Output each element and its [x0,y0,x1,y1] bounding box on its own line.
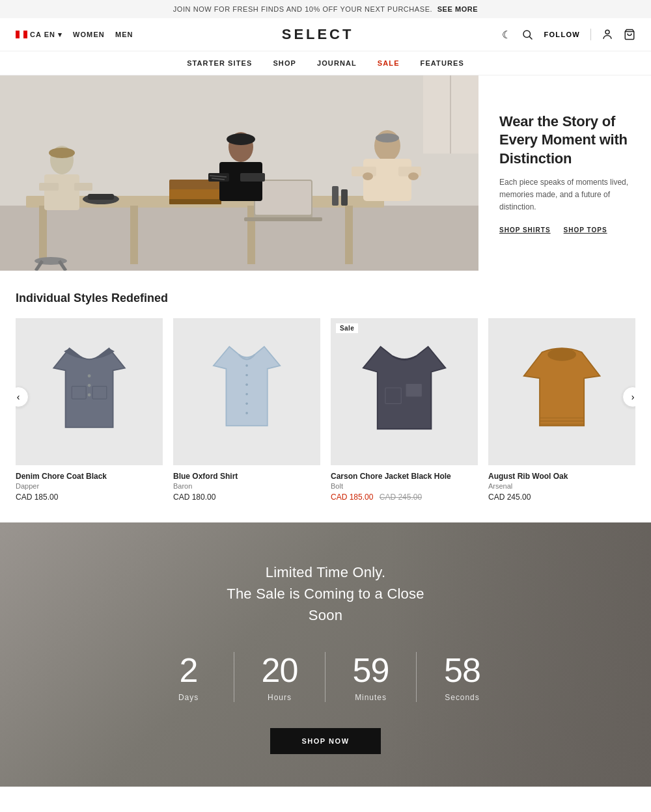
account-icon [602,29,613,40]
nav-men[interactable]: MEN [115,31,133,38]
nav-shop[interactable]: SHOP [273,59,296,67]
product-price: CAD 185.00 [16,493,163,502]
shop-tops-link[interactable]: SHOP TOPS [564,226,607,234]
product-image [16,318,163,465]
product-name: Denim Chore Coat Black [16,472,163,481]
locale-selector[interactable]: CA EN ▾ [16,31,62,39]
countdown-line2: The Sale is Coming to a Close [227,586,424,602]
hero-links: SHOP SHIRTS SHOP TOPS [499,226,630,234]
countdown-content: Limited Time Only. The Sale is Coming to… [16,562,635,754]
svg-point-30 [227,133,255,145]
header: CA EN ▾ WOMEN MEN SELECT ☾ FOLLOW [0,18,651,51]
search-icon [521,29,533,40]
nav-features[interactable]: FEATURES [421,59,464,67]
svg-point-47 [88,393,91,396]
product-3-svg [353,340,456,443]
product-price: CAD 180.00 [173,493,320,502]
product-card[interactable]: Denim Chore Coat Black Dapper CAD 185.00 [16,318,163,502]
product-brand: Baron [173,482,320,490]
svg-rect-10 [345,206,353,264]
product-price: CAD 185.00 CAD 245.00 [331,493,478,502]
svg-rect-26 [44,174,79,210]
countdown-line3: Soon [309,607,342,623]
hours-number: 20 [262,652,298,689]
hero-image-container [0,75,478,271]
product-card[interactable]: Blue Oxford Shirt Baron CAD 180.00 [173,318,320,502]
nav-journal[interactable]: JOURNAL [317,59,357,67]
svg-rect-7 [39,206,47,264]
minutes-number: 59 [353,652,389,689]
svg-point-45 [88,374,91,377]
hero-image-svg [0,75,478,271]
hours-label: Hours [268,693,292,702]
account-button[interactable] [602,29,613,40]
search-button[interactable] [521,29,533,40]
product-brand: Arsenal [488,482,635,490]
svg-point-41 [363,172,373,180]
product-4-svg [510,340,613,443]
hero-text: Wear the Story of Every Moment with Dist… [499,102,635,244]
svg-rect-22 [332,186,339,206]
countdown-heading: Limited Time Only. The Sale is Coming to… [16,562,635,626]
days-label: Days [178,693,199,702]
product-1-svg [38,340,141,443]
product-card[interactable]: Sale Carson Chore Jacket Black Hole Bolt… [331,318,478,502]
product-brand: Dapper [16,482,163,490]
product-brand: Bolt [331,482,478,490]
timer-days: 2 Days [143,652,234,702]
product-image: Sale [331,318,478,465]
svg-rect-16 [244,217,322,221]
header-right: ☾ FOLLOW [502,29,635,41]
hero-section: Wear the Story of Every Moment with Dist… [0,75,651,271]
svg-line-1 [530,36,533,39]
nav-women[interactable]: WOMEN [73,31,105,38]
hero-body: Each piece speaks of moments lived, memo… [499,176,630,214]
shop-now-button[interactable]: SHOP NOW [270,728,380,754]
products-grid: Denim Chore Coat Black Dapper CAD 185.00 [16,318,635,502]
svg-rect-56 [406,384,421,396]
flag-ca-icon [16,31,27,38]
countdown-line1: Limited Time Only. [266,564,386,580]
cart-button[interactable] [624,29,635,40]
countdown-section: Limited Time Only. The Sale is Coming to… [0,522,651,787]
language-code: EN [44,31,55,38]
svg-point-51 [245,374,248,377]
shop-shirts-link[interactable]: SHOP SHIRTS [499,226,551,234]
product-name: Carson Chore Jacket Black Hole [331,472,478,481]
country-code: CA [30,31,42,38]
hero-image [0,75,478,271]
svg-rect-33 [240,173,265,182]
svg-point-42 [408,172,419,180]
seconds-number: 58 [444,652,480,689]
banner-link[interactable]: SEE MORE [437,5,478,13]
products-carousel: ‹ Denim Chore C [16,318,635,502]
sale-badge: Sale [336,323,358,333]
hero-heading: Wear the Story of Every Moment with Dist… [499,113,630,169]
product-2-svg [195,340,298,443]
svg-point-0 [523,31,531,38]
product-image [488,318,635,465]
svg-point-46 [88,384,91,387]
svg-rect-5 [0,206,478,271]
svg-point-58 [547,348,576,360]
svg-rect-21 [88,194,114,200]
nav-starter-sites[interactable]: STARTER SITES [187,59,252,67]
timer-seconds: 58 Seconds [417,652,508,702]
svg-rect-27 [39,183,59,191]
product-name: Blue Oxford Shirt [173,472,320,481]
svg-point-25 [49,148,75,158]
product-card[interactable]: August Rib Wool Oak Arsenal CAD 245.00 [488,318,635,502]
svg-point-37 [376,133,399,142]
products-section: Individual Styles Redefined ‹ [0,271,651,522]
follow-button[interactable]: FOLLOW [544,31,580,38]
dark-mode-toggle[interactable]: ☾ [502,29,511,41]
product-image [173,318,320,465]
nav-sale[interactable]: SALE [378,59,400,67]
banner-text: JOIN NOW FOR FRESH FINDS AND 10% OFF YOU… [173,5,432,13]
svg-point-2 [605,30,609,34]
products-title: Individual Styles Redefined [16,291,635,305]
original-price: CAD 245.00 [380,493,422,502]
svg-point-53 [245,393,248,396]
sale-price: CAD 185.00 [331,493,373,502]
svg-rect-28 [74,183,92,191]
